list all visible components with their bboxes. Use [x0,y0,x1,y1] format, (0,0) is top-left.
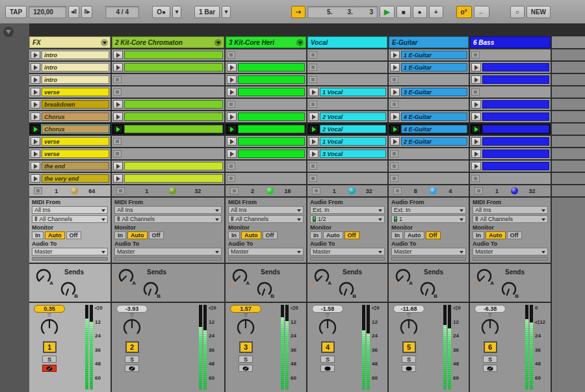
track-header[interactable]: FX [29,36,110,48]
input-type-select[interactable]: All Ins [228,206,304,214]
clip-slot[interactable] [226,74,306,85]
overdub-plus-button[interactable]: + [429,6,443,18]
volume-value-field[interactable]: 0.35 [34,305,65,313]
clip-slot[interactable] [112,124,224,135]
track-header[interactable]: 2 Kit-Core Chromaton [112,36,224,48]
clip-stop-button[interactable] [227,163,235,170]
clip-slot[interactable] [112,148,224,159]
clip[interactable]: 2 Vocal [320,112,386,121]
input-type-select[interactable]: All Ins [32,206,108,214]
output-select[interactable]: Master [310,248,385,255]
clip-slot[interactable]: intro [29,62,110,73]
new-button[interactable]: NEW [526,6,551,18]
track-menu-icon[interactable] [214,39,222,46]
clip-slot[interactable] [307,74,387,85]
clip[interactable] [238,137,305,146]
clip-launch-button[interactable] [390,125,400,133]
send-b-knob[interactable]: B [419,281,436,298]
clip[interactable] [124,63,223,72]
clip-slot[interactable]: 1 Vocal [307,136,387,147]
clip-launch-button[interactable] [309,112,318,121]
clip-slot[interactable] [112,86,224,98]
clip-slot[interactable] [226,86,306,98]
stop-button[interactable]: ■ [396,6,411,18]
clip-slot[interactable] [112,111,224,122]
track-stop-all-button[interactable] [230,187,239,194]
clip[interactable]: 1 Vocal [320,88,386,96]
input-channel-select[interactable]: 1 [391,215,466,223]
send-b-knob[interactable]: B [142,281,159,298]
track-stop-all-button[interactable] [116,187,125,194]
monitor-auto-button[interactable]: Auto [241,231,261,239]
clip-launch-button[interactable] [31,150,40,158]
clip[interactable] [124,112,223,121]
clip-stop-button[interactable] [113,150,122,157]
clip-slot[interactable]: intro [29,49,110,60]
clip-slot[interactable] [470,49,551,60]
clip-slot[interactable]: verse [29,86,110,98]
clip[interactable] [238,125,305,133]
clip[interactable]: intro [42,75,109,84]
clip[interactable] [482,162,549,170]
clip[interactable]: Chorus [42,125,109,133]
arm-button[interactable] [483,365,497,372]
clip-launch-button[interactable] [227,137,237,146]
solo-button[interactable]: S [42,356,57,363]
clip-launch-button[interactable] [227,88,237,96]
solo-button[interactable]: S [320,356,335,363]
clip-slot[interactable] [112,62,224,73]
clip-launch-button[interactable] [309,137,318,146]
output-select[interactable]: Master [228,248,304,255]
clip-launch-button[interactable] [31,88,40,96]
clip-launch-button[interactable] [390,63,400,72]
clip-slot[interactable] [470,86,551,98]
clip[interactable]: 2 Vocal [320,125,386,133]
clip-stop-button[interactable] [113,138,122,145]
clip-launch-button[interactable] [31,174,40,183]
clip[interactable] [482,75,549,84]
clip-slot[interactable]: 3 Vocal [307,148,387,159]
clip-stop-button[interactable] [309,51,317,59]
clip-launch-button[interactable] [113,174,123,183]
solo-button[interactable]: S [402,356,416,363]
clip-slot[interactable]: 1 Vocal [307,86,387,98]
clip-stop-button[interactable] [390,150,398,157]
send-b-knob[interactable]: B [338,281,355,298]
back-to-arrangement-button[interactable]: ← [474,6,489,18]
clip-launch-button[interactable] [227,125,237,133]
clip[interactable] [238,150,305,158]
clip-slot[interactable] [470,62,551,73]
monitor-in-button[interactable]: In [473,231,484,239]
track-activator-button[interactable]: 1 [43,341,57,353]
monitor-off-button[interactable]: Off [66,231,81,239]
track-activator-button[interactable]: 6 [484,341,497,353]
clip[interactable]: verse [42,150,109,158]
clip-slot[interactable]: 2 Vocal [307,124,387,135]
track-activator-button[interactable]: 4 [321,341,335,353]
clip[interactable] [482,112,549,121]
clip-launch-button[interactable] [471,63,481,72]
clip-stop-button[interactable] [309,76,317,83]
input-channel-select[interactable]: ‖All Channels [473,215,548,223]
output-select[interactable]: Master [114,248,222,255]
clip-launch-button[interactable] [113,100,123,109]
track-header[interactable]: Vocal [307,36,387,48]
track-activator-button[interactable]: 2 [125,341,139,353]
monitor-auto-button[interactable]: Auto [127,231,148,239]
clip-slot[interactable] [389,74,469,85]
clip-slot[interactable] [470,161,551,172]
clip-launch-button[interactable] [390,88,400,96]
input-channel-select[interactable]: ‖All Channels [32,215,108,223]
clip[interactable] [124,51,223,59]
clip[interactable]: 4 E-Guitar [401,112,467,121]
clip-slot[interactable] [389,148,469,159]
clip-slot[interactable]: Chorus [29,111,110,122]
clip[interactable] [482,100,549,109]
clip-stop-button[interactable] [309,163,317,170]
clip-launch-button[interactable] [471,75,481,84]
monitor-in-button[interactable]: In [114,231,126,239]
volume-value-field[interactable]: -6.38 [474,305,506,313]
send-a-knob[interactable]: A [231,268,248,285]
arm-button[interactable] [239,365,253,372]
clip-slot[interactable] [112,99,224,110]
